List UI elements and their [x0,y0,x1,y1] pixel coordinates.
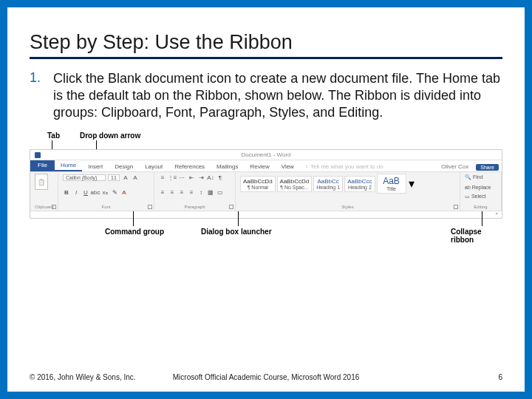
group-clipboard: 📋 Clipboard [30,172,58,211]
dialog-launcher-icon[interactable] [52,205,56,209]
content-list: 1. Click the Blank document icon to crea… [30,69,502,121]
callout-tab: Tab [47,132,60,140]
grow-font-icon[interactable]: A [122,174,129,181]
multilevel-icon[interactable]: ⋯ [178,174,185,181]
doc-title: Document1 - Word [242,151,291,158]
font-color-icon[interactable]: A [120,188,128,196]
list-number: 1. [30,69,50,86]
tab-review[interactable]: Review [244,162,275,171]
dialog-launcher-icon[interactable] [454,205,458,209]
style-nospacing[interactable]: AaBbCcDd¶ No Spac... [277,176,313,192]
footer-center: Microsoft Official Academic Course, Micr… [30,373,502,381]
justify-icon[interactable]: ≡ [188,188,195,196]
font-name-dropdown[interactable]: Calibri (Body) [63,174,106,181]
tab-references[interactable]: References [168,162,211,171]
sort-icon[interactable]: A↓ [207,174,214,181]
tab-home[interactable]: Home [55,160,82,171]
ribbon: Document1 - Word File Home Insert Design… [30,149,502,219]
shrink-font-icon[interactable]: A [132,174,139,181]
tell-me-input[interactable]: ♀ Tell me what you want to do [300,162,388,171]
align-right-icon[interactable]: ≡ [178,188,185,196]
style-heading1[interactable]: AaBbCcHeading 1 [313,176,343,192]
title-bar: Document1 - Word [30,150,502,160]
share-button[interactable]: Share [476,164,499,171]
group-label: Styles [240,203,455,209]
find-button[interactable]: 🔍 Find [465,174,497,181]
ribbon-figure: Tab Drop down arrow Document1 - Word Fil… [30,129,502,247]
styles-gallery[interactable]: AaBbCcDd¶ Normal AaBbCcDd¶ No Spac... Aa… [240,174,455,194]
tab-view[interactable]: View [276,162,300,171]
borders-icon[interactable]: ▭ [216,188,224,196]
callout-dialog-launcher: Dialog box launcher [201,228,272,236]
group-label: Font [63,203,149,209]
ruler [30,211,502,218]
font-size-dropdown[interactable]: 11 [108,174,120,181]
group-font: Calibri (Body) 11 A A B I U abc x₂ ✎ A [58,172,154,211]
footer: © 2016, John Wiley & Sons, Inc. Microsof… [30,373,502,381]
callout-collapse: Collapse ribbon [451,228,502,244]
shading-icon[interactable]: ▦ [207,188,214,196]
group-label: Editing [465,203,497,209]
callout-command-group: Command group [105,228,164,236]
subscript-icon[interactable]: x₂ [101,188,109,196]
collapse-ribbon-icon[interactable]: ˄ [495,212,499,219]
numbering-icon[interactable]: ⋮≡ [168,174,176,181]
slide-title: Step by Step: Use the Ribbon [30,31,502,59]
line-spacing-icon[interactable]: ↕ [197,188,205,196]
highlight-icon[interactable]: ✎ [111,188,118,196]
paste-icon[interactable]: 📋 [35,174,48,190]
callout-line [238,211,239,226]
replace-button[interactable]: ab Replace [465,184,497,191]
callout-line [482,211,482,226]
group-editing: 🔍 Find ab Replace ▭ Select Editing [460,172,502,211]
align-center-icon[interactable]: ≡ [168,188,176,196]
style-heading2[interactable]: AaBbCccHeading 2 [344,176,375,192]
tab-design[interactable]: Design [109,162,139,171]
tab-mailings[interactable]: Mailings [211,162,244,171]
dialog-launcher-icon[interactable] [148,205,152,209]
callout-dropdown: Drop down arrow [80,132,140,140]
save-icon[interactable] [35,152,41,158]
style-title[interactable]: AaBTitle [377,174,406,194]
tab-row: File Home Insert Design Layout Reference… [30,160,502,172]
list-text: Click the Blank document icon to create … [30,70,502,121]
italic-icon[interactable]: I [72,188,80,196]
group-label: Clipboard [35,203,53,209]
group-label: Paragraph [159,203,231,209]
style-normal[interactable]: AaBbCcDd¶ Normal [240,176,276,192]
bold-icon[interactable]: B [63,188,70,196]
align-left-icon[interactable]: ≡ [159,188,166,196]
strike-icon[interactable]: abc [92,188,99,196]
select-button[interactable]: ▭ Select [465,193,497,200]
showhide-icon[interactable]: ¶ [216,174,224,181]
tab-insert[interactable]: Insert [82,162,109,171]
group-styles: AaBbCcDd¶ Normal AaBbCcDd¶ No Spac... Aa… [236,172,460,211]
ribbon-body: 📋 Clipboard Calibri (Body) 11 A A B I U [30,172,502,211]
increase-indent-icon[interactable]: ⇥ [197,174,205,181]
styles-more-icon[interactable]: ▾ [408,180,415,188]
bullets-icon[interactable]: ≡ [159,174,166,181]
list-item: 1. Click the Blank document icon to crea… [30,69,502,121]
group-paragraph: ≡ ⋮≡ ⋯ ⇤ ⇥ A↓ ¶ ≡ ≡ ≡ ≡ ↕ ▦ [154,172,236,211]
callout-line [133,211,134,226]
underline-icon[interactable]: U [82,188,89,196]
slide: Step by Step: Use the Ribbon 1. Click th… [7,7,525,392]
decrease-indent-icon[interactable]: ⇤ [188,174,195,181]
tab-layout[interactable]: Layout [139,162,168,171]
tab-file[interactable]: File [30,160,55,171]
dialog-launcher-icon[interactable] [229,205,233,209]
user-name[interactable]: Oliver Cox [437,162,473,171]
